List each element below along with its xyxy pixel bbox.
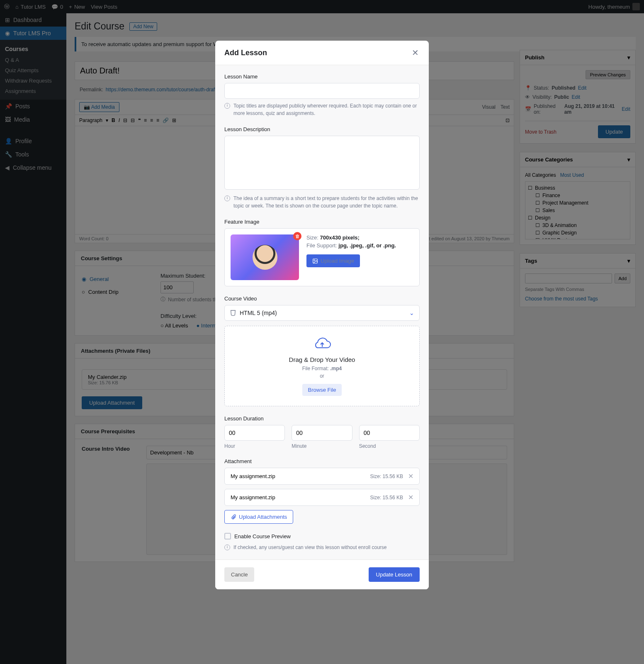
feature-formats: jpg, .jpeg, .gif, or .png. — [338, 242, 396, 249]
remove-attachment-icon[interactable]: ✕ — [408, 493, 413, 501]
image-icon — [312, 258, 318, 264]
modal-overlay: Add Lesson ✕ Lesson Name i Topic titles … — [0, 0, 644, 664]
dropzone-format: File Format: .mp4 — [235, 366, 409, 371]
lesson-name-input[interactable] — [224, 83, 420, 99]
duration-label: Lesson Duration — [224, 415, 420, 422]
upload-attachments-button[interactable]: Upload Attachments — [224, 510, 293, 524]
browse-file-button[interactable]: Browse File — [302, 384, 342, 396]
add-lesson-modal: Add Lesson ✕ Lesson Name i Topic titles … — [215, 41, 429, 589]
video-dropzone[interactable]: Drag & Drop Your Video File Format: .mp4… — [224, 326, 420, 406]
lesson-name-label: Lesson Name — [224, 73, 420, 80]
attachment-size: Size: 15.56 KB — [370, 495, 403, 500]
modal-title: Add Lesson — [224, 49, 267, 57]
course-video-label: Course Video — [224, 295, 420, 302]
remove-attachment-icon[interactable]: ✕ — [408, 472, 413, 480]
attachment-item: My assignment.zip Size: 15.56 KB ✕ — [224, 489, 420, 506]
attachment-item: My assignment.zip Size: 15.56 KB ✕ — [224, 468, 420, 485]
enable-preview-label: Enable Course Preview — [234, 533, 291, 540]
lesson-desc-hint: The idea of a summary is a short text to… — [233, 195, 420, 210]
dropzone-or: or — [235, 373, 409, 379]
feature-image-preview: 🗑 — [231, 234, 299, 280]
hour-input[interactable] — [224, 425, 285, 441]
lesson-desc-label: Lesson Description — [224, 126, 420, 132]
delete-image-icon[interactable]: 🗑 — [293, 232, 301, 240]
minute-label: Minute — [292, 443, 352, 449]
feature-image-label: Feature Image — [224, 219, 420, 225]
attachment-size: Size: 15.56 KB — [370, 474, 403, 479]
update-lesson-button[interactable]: Update Lesson — [369, 567, 420, 582]
info-icon: i — [224, 195, 230, 201]
info-icon: i — [224, 544, 230, 550]
feature-size: 700x430 pixels; — [320, 234, 360, 241]
hour-label: Hour — [224, 443, 285, 449]
dropzone-title: Drag & Drop Your Video — [235, 356, 409, 363]
upload-image-button[interactable]: Upload Image — [306, 254, 360, 267]
svg-point-1 — [314, 260, 315, 261]
format-label: File Support: — [306, 242, 338, 249]
minute-input[interactable] — [292, 425, 352, 441]
html5-icon — [230, 310, 236, 316]
info-icon: i — [224, 103, 230, 109]
lesson-name-hint: Topic titles are displayed publicly wher… — [233, 102, 420, 117]
enable-preview-checkbox[interactable] — [224, 533, 231, 540]
attachment-label: Attachment — [224, 458, 420, 464]
second-label: Second — [359, 443, 420, 449]
chevron-down-icon: ⌄ — [409, 310, 414, 316]
second-input[interactable] — [359, 425, 420, 441]
close-icon[interactable]: ✕ — [411, 48, 420, 57]
paperclip-icon — [231, 514, 236, 520]
cloud-upload-icon — [312, 336, 332, 351]
video-source-select[interactable]: HTML 5 (mp4) ⌄ — [224, 305, 420, 321]
lesson-desc-input[interactable] — [224, 136, 420, 190]
size-label: Size: — [306, 234, 320, 241]
enable-preview-hint: If checked, any users/guest can view thi… — [233, 544, 387, 551]
cancel-button[interactable]: Cancle — [224, 567, 254, 582]
